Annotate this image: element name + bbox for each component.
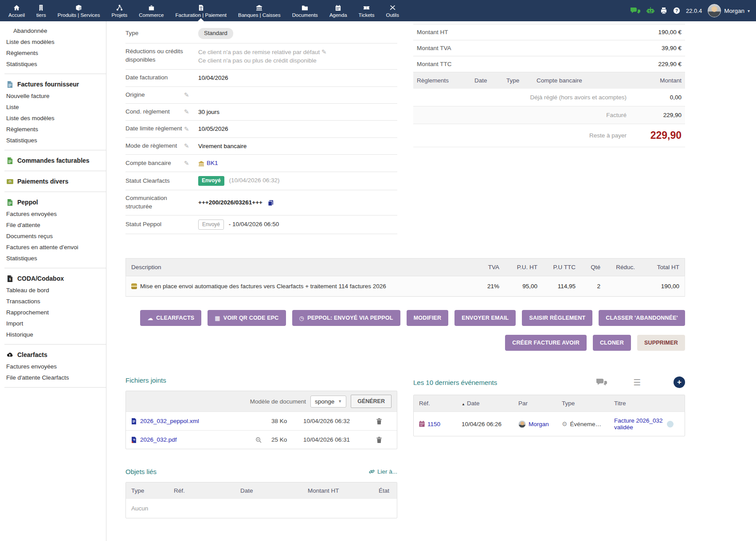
- edit-pencil-icon[interactable]: ✎: [184, 160, 189, 167]
- sidebar-item-factures-envoyees[interactable]: Factures envoyées: [0, 208, 106, 220]
- sidebar-item-tableau-de-bord[interactable]: Tableau de bord: [0, 285, 106, 296]
- link-icon: [369, 469, 375, 474]
- trash-icon[interactable]: [376, 418, 392, 424]
- edit-pencil-icon[interactable]: ✎: [184, 91, 189, 98]
- sidebar-item-reglements-2[interactable]: Règlements: [0, 124, 106, 135]
- sidebar-section-coda-codabox[interactable]: $ CODA/Codabox: [0, 272, 106, 285]
- sidebar-section-factures-fournisseur[interactable]: Factures fournisseur: [0, 78, 106, 90]
- bank-icon: [256, 4, 263, 11]
- event-calendar-icon: [419, 421, 425, 427]
- list-view-icon[interactable]: ☰: [633, 377, 641, 388]
- clock-icon: ◷: [299, 315, 305, 321]
- divider: [4, 268, 106, 268]
- enter-payment-button[interactable]: SAISIR RÈGLEMENT: [522, 310, 592, 326]
- nav-projets[interactable]: Projets: [106, 0, 133, 21]
- nav-commerce[interactable]: Commerce: [133, 0, 169, 21]
- edit-pencil-icon[interactable]: ✎: [321, 48, 327, 55]
- nav-produits-services[interactable]: Produits | Services: [52, 0, 106, 21]
- folder-icon: [302, 4, 309, 11]
- sidebar-item-file-attente-clearfacts[interactable]: File d'attente Clearfacts: [0, 372, 106, 383]
- sidebar-item-statistiques[interactable]: Statistiques: [0, 59, 106, 70]
- create-credit-note-button[interactable]: CRÉER FACTURE AVOIR: [505, 335, 587, 351]
- modify-button[interactable]: MODIFIER: [407, 310, 449, 326]
- documents-column: Fichiers joints Modèle de document spong…: [125, 376, 397, 518]
- file-link[interactable]: 2026_032_peppol.xml: [140, 418, 199, 424]
- nav-documents[interactable]: Documents: [286, 0, 324, 21]
- nav-accueil[interactable]: Accueil: [3, 0, 31, 21]
- user-menu[interactable]: Morgan ▾: [708, 4, 750, 17]
- nav-agenda[interactable]: Agenda: [324, 0, 353, 21]
- link-to-action[interactable]: Lier à...: [369, 468, 397, 475]
- sidebar-item-historique[interactable]: Historique: [0, 329, 106, 340]
- sidebar-item-factures-en-attente[interactable]: Factures en attente d'envoi: [0, 242, 106, 253]
- nav-banques-caisses[interactable]: Banques | Caisses: [232, 0, 286, 21]
- tools-icon: [389, 4, 396, 11]
- help-icon[interactable]: ?: [673, 7, 680, 14]
- nav-outils[interactable]: Outils: [380, 0, 405, 21]
- sidebar-item-statistiques-3[interactable]: Statistiques: [0, 253, 106, 264]
- sidebar-section-paiements-divers[interactable]: $ Paiements divers: [0, 175, 106, 188]
- send-email-button[interactable]: ENVOYER EMAIL: [454, 310, 516, 326]
- bank-account-link[interactable]: BK1: [207, 160, 218, 166]
- sidebar-item-rapprochement[interactable]: Rapprochement: [0, 307, 106, 318]
- sidebar-item-nouvelle-facture[interactable]: Nouvelle facture: [0, 90, 106, 102]
- trash-icon[interactable]: [376, 437, 392, 443]
- payments-header: Règlements Date Type Compte bancaire Mon…: [413, 72, 685, 89]
- divider: [4, 171, 106, 171]
- field-payment-mode: Mode de règlement ✎ Virement bancaire: [125, 138, 397, 155]
- sidebar-section-clearfacts[interactable]: Clearfacts: [0, 349, 106, 361]
- edit-pencil-icon[interactable]: ✎: [184, 142, 189, 149]
- comments-icon[interactable]: [596, 378, 607, 386]
- sidebar-item-import[interactable]: Import: [0, 318, 106, 329]
- sidebar-item-liste[interactable]: Liste: [0, 102, 106, 113]
- event-user-link[interactable]: Morgan: [529, 421, 549, 427]
- event-ref-link[interactable]: 1150: [427, 421, 440, 427]
- version-label: 22.0.4: [686, 8, 702, 14]
- event-title-link[interactable]: Facture 2026_032 validée: [614, 417, 667, 431]
- status-dot: [667, 421, 674, 427]
- file-link[interactable]: 2026_032.pdf: [140, 436, 177, 443]
- nav-tickets[interactable]: Tickets: [353, 0, 380, 21]
- add-event-button[interactable]: +: [674, 376, 685, 388]
- sort-asc-icon[interactable]: ▲: [462, 402, 465, 406]
- document-model-select[interactable]: sponge▼: [310, 396, 346, 408]
- linked-objects-header: Type Réf. Date Montant HT État: [126, 482, 397, 499]
- avatar: [708, 4, 721, 17]
- edit-pencil-icon[interactable]: ✎: [184, 108, 189, 115]
- sidebar-item-abandonnee[interactable]: Abandonnée: [0, 25, 106, 36]
- generate-button[interactable]: GÉNÉRER: [351, 395, 392, 408]
- sidebar-item-documents-recus[interactable]: Documents reçus: [0, 231, 106, 242]
- chat-icon[interactable]: [630, 7, 641, 15]
- sidebar-item-liste-des-modeles[interactable]: Liste des modèles: [0, 36, 106, 47]
- edit-pencil-icon[interactable]: ✎: [184, 125, 189, 133]
- sidebar-section-commandes-facturables[interactable]: Commandes facturables: [0, 154, 106, 167]
- clearfacts-button[interactable]: ☁CLEARFACTS: [140, 310, 201, 326]
- chevron-down-icon: ▾: [748, 8, 750, 13]
- nav-tiers[interactable]: tiers: [31, 0, 52, 21]
- nav-facturation-paiement[interactable]: $ Facturation | Paiement: [170, 0, 233, 21]
- linked-objects-box: Type Réf. Date Montant HT État Aucun: [125, 482, 397, 518]
- robot-icon[interactable]: [646, 7, 654, 14]
- clone-button[interactable]: CLONER: [593, 335, 631, 351]
- peppol-sent-button[interactable]: ◷PEPPOL: ENVOYÉ VIA PEPPOL: [292, 310, 400, 326]
- table-row: 1150 10/04/26 06:26 Morgan ⚙ Événeme… Fa…: [414, 412, 685, 436]
- invoiced-row: Facturé 229,90: [413, 106, 685, 124]
- sidebar-item-reglements[interactable]: Règlements: [0, 47, 106, 59]
- sidebar-item-file-dattente[interactable]: File d'attente: [0, 220, 106, 231]
- attached-files-box: Modèle de document sponge▼ GÉNÉRER 2026_…: [125, 391, 397, 449]
- peppol-icon: [6, 199, 13, 206]
- home-icon: [13, 4, 20, 11]
- sidebar-item-liste-des-modeles-2[interactable]: Liste des modèles: [0, 113, 106, 124]
- qr-code-epc-button[interactable]: ▦VOIR QR CODE EPC: [208, 310, 286, 326]
- sidebar-section-peppol[interactable]: Peppol: [0, 196, 106, 208]
- preview-magnifier-icon[interactable]: [255, 437, 271, 443]
- svg-text:$: $: [9, 180, 10, 183]
- classify-abandoned-button[interactable]: CLASSER 'ABANDONNÉE': [599, 310, 685, 326]
- sidebar-item-transactions[interactable]: Transactions: [0, 296, 106, 307]
- copy-icon[interactable]: [268, 200, 274, 206]
- cloud-upload-icon: ☁: [147, 315, 153, 321]
- sidebar-item-factures-envoyees-cf[interactable]: Factures envoyées: [0, 361, 106, 372]
- print-icon[interactable]: [660, 7, 667, 14]
- delete-button[interactable]: SUPPRIMER: [637, 335, 685, 351]
- sidebar-item-statistiques-2[interactable]: Statistiques: [0, 135, 106, 146]
